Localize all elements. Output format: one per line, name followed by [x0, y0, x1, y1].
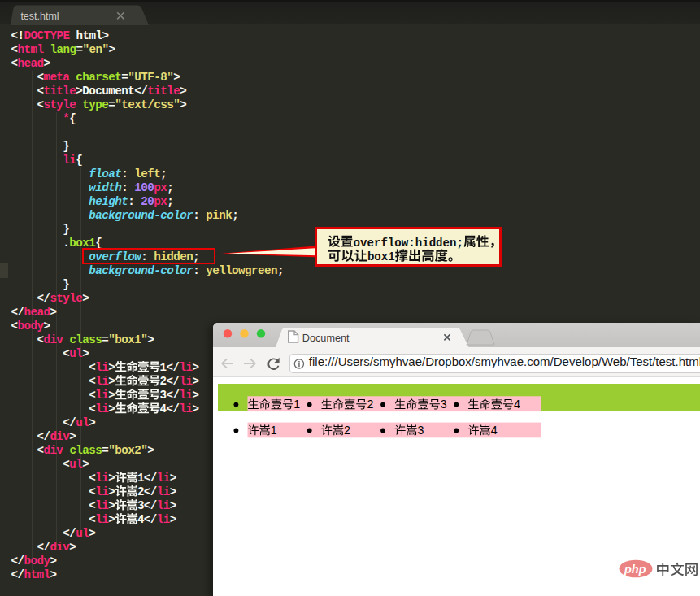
- svg-text:php: php: [624, 563, 646, 576]
